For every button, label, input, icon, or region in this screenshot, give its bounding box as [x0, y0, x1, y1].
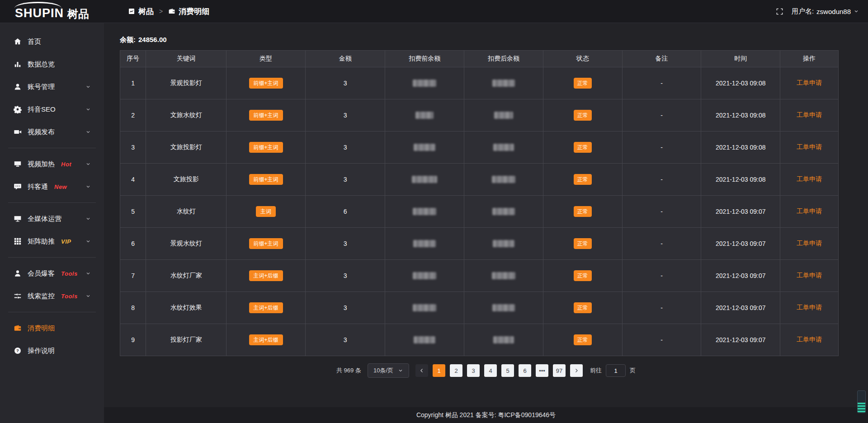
- sidebar-divider: [8, 148, 96, 148]
- sidebar-item-video-heating[interactable]: 视频加热Hot: [0, 153, 104, 175]
- table-row: 7水纹灯厂家主词+后缀3正常-2021-12-03 09:07工单申请: [120, 260, 839, 292]
- chevron-left-icon: [419, 368, 425, 373]
- masked-balance: [412, 176, 437, 183]
- table-row: 2文旅水纹灯前缀+主词3正常-2021-12-03 09:08工单申请: [120, 99, 839, 132]
- sidebar: 首页数据总览账号管理抖音SEO视频发布视频加热Hot抖客通New全媒体运营矩阵助…: [0, 23, 104, 423]
- page-ellipsis-button[interactable]: •••: [536, 364, 548, 377]
- ticket-request-link[interactable]: 工单申请: [797, 207, 822, 215]
- sidebar-item-label: 线索监控: [28, 292, 55, 301]
- cell-balance-after: [464, 324, 543, 356]
- question-icon: ?: [14, 347, 22, 355]
- breadcrumb-item-current[interactable]: 消费明细: [168, 6, 209, 17]
- cell-remark: -: [622, 164, 701, 196]
- sidebar-item-media-operation[interactable]: 全媒体运营: [0, 207, 104, 230]
- cell-type: 主词: [226, 196, 306, 228]
- sidebar-item-label: 抖音SEO: [28, 105, 56, 114]
- sidebar-item-data-overview[interactable]: 数据总览: [0, 53, 104, 75]
- column-header-6: 状态: [543, 51, 622, 67]
- sidebar-item-account-management[interactable]: 账号管理: [0, 75, 104, 98]
- page-size-select[interactable]: 10条/页: [368, 363, 409, 378]
- cell-index: 8: [120, 292, 146, 324]
- page-button-1[interactable]: 1: [433, 364, 445, 377]
- ticket-request-link[interactable]: 工单申请: [797, 336, 822, 343]
- sidebar-item-douyin-seo[interactable]: 抖音SEO: [0, 98, 104, 121]
- page-button-2[interactable]: 2: [450, 364, 462, 377]
- consumption-table: 序号关键词类型金额扣费前余额扣费后余额状态备注时间操作 1景观投影灯前缀+主词3…: [120, 50, 839, 356]
- username-label: 用户名:: [792, 7, 814, 16]
- cell-remark: -: [622, 99, 701, 132]
- cell-index: 5: [120, 196, 146, 228]
- copyright-text: Copyright 树品 2021 备案号: 粤ICP备09019646号: [416, 411, 556, 419]
- cell-index: 6: [120, 228, 146, 260]
- cell-balance-before: [385, 292, 464, 324]
- ticket-request-link[interactable]: 工单申请: [797, 175, 822, 183]
- fullscreen-icon[interactable]: [776, 8, 783, 15]
- cell-type: 主词+后缀: [226, 292, 306, 324]
- sidebar-item-douketong[interactable]: 抖客通New: [0, 175, 104, 198]
- page-button-3[interactable]: 3: [467, 364, 480, 377]
- sidebar-divider: [8, 257, 96, 258]
- status-badge: 正常: [574, 110, 592, 121]
- cell-time: 2021-12-03 09:07: [701, 324, 780, 356]
- cell-index: 9: [120, 324, 146, 356]
- sidebar-item-operation-guide[interactable]: ?操作说明: [0, 339, 104, 362]
- next-page-button[interactable]: [570, 364, 583, 377]
- breadcrumb-item-home[interactable]: 树品: [128, 6, 154, 17]
- sidebar-item-member-baoke[interactable]: 会员爆客Tools: [0, 262, 104, 285]
- board-icon: [128, 8, 135, 15]
- display-icon: [14, 160, 22, 168]
- grid-icon: [14, 237, 22, 245]
- pagination-total: 共 969 条: [336, 367, 361, 375]
- page-button-5[interactable]: 5: [501, 364, 514, 377]
- app: SHUPIN 树品 树品 > 消费明细 用户名: zswodun88 首页数据总…: [0, 0, 868, 423]
- cell-action: 工单申请: [780, 228, 839, 260]
- user-menu[interactable]: 用户名: zswodun88: [792, 7, 859, 16]
- masked-balance: [414, 144, 435, 151]
- cell-remark: -: [622, 132, 701, 164]
- cell-amount: 3: [305, 164, 385, 196]
- sidebar-item-video-publish[interactable]: 视频发布: [0, 121, 104, 143]
- cell-balance-before: [385, 99, 464, 132]
- masked-balance: [492, 208, 515, 215]
- sidebar-item-matrix-boost[interactable]: 矩阵助推VIP: [0, 230, 104, 253]
- page-button-6[interactable]: 6: [519, 364, 531, 377]
- breadcrumb-label: 消费明细: [179, 6, 209, 17]
- balance: 余额:24856.00: [120, 36, 868, 44]
- ticket-request-link[interactable]: 工单申请: [797, 272, 822, 279]
- video-icon: [14, 128, 22, 136]
- bar-chart-icon: [14, 60, 22, 68]
- cell-time: 2021-12-03 09:07: [701, 260, 780, 292]
- type-badge: 前缀+主词: [249, 142, 283, 153]
- cell-balance-after: [464, 260, 543, 292]
- cell-status: 正常: [543, 228, 622, 260]
- cell-index: 4: [120, 164, 146, 196]
- balance-label: 余额:: [120, 36, 136, 43]
- cell-index: 7: [120, 260, 146, 292]
- masked-balance: [413, 208, 436, 215]
- masked-balance: [493, 144, 514, 151]
- cell-amount: 6: [305, 196, 385, 228]
- chevron-down-icon: [854, 9, 859, 14]
- masked-balance: [492, 304, 515, 311]
- cell-balance-after: [464, 67, 543, 99]
- goto-page-input[interactable]: [606, 364, 626, 377]
- ticket-request-link[interactable]: 工单申请: [797, 143, 822, 150]
- ticket-request-link[interactable]: 工单申请: [797, 79, 822, 86]
- footer: Copyright 树品 2021 备案号: 粤ICP备09019646号: [104, 407, 868, 423]
- sidebar-item-home[interactable]: 首页: [0, 30, 104, 53]
- sidebar-item-consumption-detail[interactable]: 消费明细: [0, 317, 104, 339]
- sidebar-item-suffix: Tools: [61, 270, 78, 277]
- page-button-4[interactable]: 4: [484, 364, 497, 377]
- table-row: 8水纹灯效果主词+后缀3正常-2021-12-03 09:07工单申请: [120, 292, 839, 324]
- ticket-request-link[interactable]: 工单申请: [797, 111, 822, 118]
- ticket-request-link[interactable]: 工单申请: [797, 304, 822, 311]
- cell-status: 正常: [543, 324, 622, 356]
- column-header-3: 金额: [305, 51, 385, 67]
- chevron-down-icon: [85, 239, 91, 244]
- page-button-97[interactable]: 97: [553, 364, 566, 377]
- prev-page-button[interactable]: [415, 364, 428, 377]
- logo-text-en: SHUPIN: [15, 7, 64, 19]
- ticket-request-link[interactable]: 工单申请: [797, 240, 822, 247]
- sidebar-item-lead-monitor[interactable]: 线索监控Tools: [0, 285, 104, 307]
- cell-keyword: 文旅投影: [146, 164, 226, 196]
